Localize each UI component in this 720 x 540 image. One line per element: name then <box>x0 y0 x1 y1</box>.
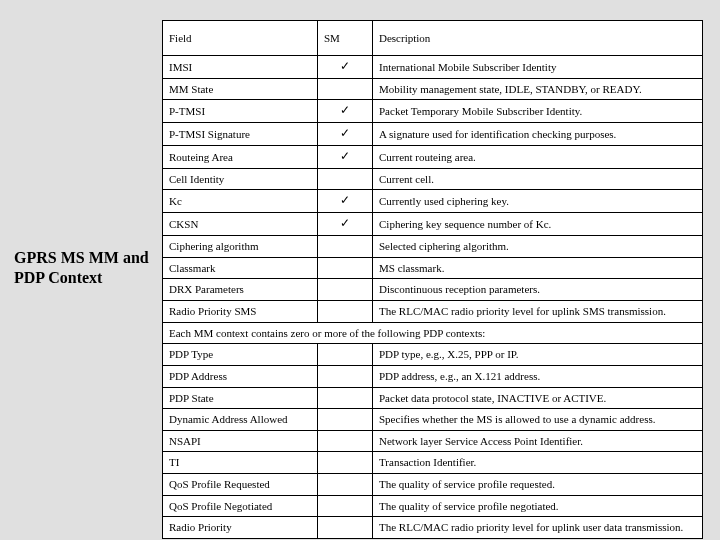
table-body: IMSI✓International Mobile Subscriber Ide… <box>163 56 703 539</box>
table-row: IMSI✓International Mobile Subscriber Ide… <box>163 56 703 79</box>
table-row: P-TMSI Signature✓A signature used for id… <box>163 123 703 146</box>
cell-field: P-TMSI Signature <box>163 123 318 146</box>
cell-description: Selected ciphering algorithm. <box>373 236 703 258</box>
cell-field: Radio Priority SMS <box>163 300 318 322</box>
cell-field: TI <box>163 452 318 474</box>
subsection-row: Each MM context contains zero or more of… <box>163 322 703 344</box>
table-container: Field SM Description IMSI✓International … <box>162 20 702 520</box>
table-row: NSAPINetwork layer Service Access Point … <box>163 430 703 452</box>
table-row: Radio PriorityThe RLC/MAC radio priority… <box>163 517 703 539</box>
cell-field: NSAPI <box>163 430 318 452</box>
table-row: Ciphering algorithmSelected ciphering al… <box>163 236 703 258</box>
cell-sm <box>318 168 373 190</box>
cell-sm: ✓ <box>318 213 373 236</box>
cell-description: Packet data protocol state, INACTIVE or … <box>373 387 703 409</box>
table-row: MM StateMobility management state, IDLE,… <box>163 78 703 100</box>
cell-sm <box>318 300 373 322</box>
cell-sm <box>318 387 373 409</box>
table-row: P-TMSI✓Packet Temporary Mobile Subscribe… <box>163 100 703 123</box>
cell-sm <box>318 495 373 517</box>
cell-field: PDP Address <box>163 365 318 387</box>
table-row: DRX ParametersDiscontinuous reception pa… <box>163 279 703 301</box>
cell-field: Dynamic Address Allowed <box>163 409 318 431</box>
cell-sm <box>318 236 373 258</box>
cell-field: IMSI <box>163 56 318 79</box>
cell-field: DRX Parameters <box>163 279 318 301</box>
cell-description: Currently used ciphering key. <box>373 190 703 213</box>
cell-description: The quality of service profile requested… <box>373 474 703 496</box>
cell-sm: ✓ <box>318 123 373 146</box>
cell-field: PDP State <box>163 387 318 409</box>
table-row: ClassmarkMS classmark. <box>163 257 703 279</box>
cell-description: Packet Temporary Mobile Subscriber Ident… <box>373 100 703 123</box>
table-row: TITransaction Identifier. <box>163 452 703 474</box>
cell-description: Specifies whether the MS is allowed to u… <box>373 409 703 431</box>
cell-sm <box>318 409 373 431</box>
cell-description: The quality of service profile negotiate… <box>373 495 703 517</box>
cell-description: PDP type, e.g., X.25, PPP or IP. <box>373 344 703 366</box>
table-row: PDP StatePacket data protocol state, INA… <box>163 387 703 409</box>
cell-sm: ✓ <box>318 100 373 123</box>
cell-field: Radio Priority <box>163 517 318 539</box>
cell-sm <box>318 344 373 366</box>
cell-field: QoS Profile Requested <box>163 474 318 496</box>
table-row: PDP AddressPDP address, e.g., an X.121 a… <box>163 365 703 387</box>
slide-title: GPRS MS MM and PDP Context <box>14 248 154 288</box>
cell-description: Network layer Service Access Point Ident… <box>373 430 703 452</box>
cell-sm <box>318 279 373 301</box>
table-row: Kc✓Currently used ciphering key. <box>163 190 703 213</box>
cell-description: Discontinuous reception parameters. <box>373 279 703 301</box>
col-field-header: Field <box>163 21 318 56</box>
cell-field: CKSN <box>163 213 318 236</box>
cell-description: PDP address, e.g., an X.121 address. <box>373 365 703 387</box>
cell-description: The RLC/MAC radio priority level for upl… <box>373 300 703 322</box>
cell-sm <box>318 517 373 539</box>
cell-sm <box>318 78 373 100</box>
table-header-row: Field SM Description <box>163 21 703 56</box>
cell-field: PDP Type <box>163 344 318 366</box>
cell-description: A signature used for identification chec… <box>373 123 703 146</box>
cell-field: P-TMSI <box>163 100 318 123</box>
table-row: QoS Profile NegotiatedThe quality of ser… <box>163 495 703 517</box>
cell-sm <box>318 474 373 496</box>
cell-field: Kc <box>163 190 318 213</box>
cell-sm: ✓ <box>318 190 373 213</box>
cell-sm <box>318 365 373 387</box>
cell-field: Classmark <box>163 257 318 279</box>
cell-field: Routeing Area <box>163 146 318 169</box>
cell-description: Ciphering key sequence number of Kc. <box>373 213 703 236</box>
cell-field: MM State <box>163 78 318 100</box>
context-table: Field SM Description IMSI✓International … <box>162 20 703 539</box>
table-row: Radio Priority SMSThe RLC/MAC radio prio… <box>163 300 703 322</box>
cell-sm <box>318 430 373 452</box>
cell-sm <box>318 257 373 279</box>
cell-description: Mobility management state, IDLE, STANDBY… <box>373 78 703 100</box>
cell-description: International Mobile Subscriber Identity <box>373 56 703 79</box>
table-row: Dynamic Address AllowedSpecifies whether… <box>163 409 703 431</box>
cell-description: Transaction Identifier. <box>373 452 703 474</box>
table-row: Cell IdentityCurrent cell. <box>163 168 703 190</box>
cell-description: MS classmark. <box>373 257 703 279</box>
cell-sm: ✓ <box>318 146 373 169</box>
col-desc-header: Description <box>373 21 703 56</box>
col-sm-header: SM <box>318 21 373 56</box>
cell-field: Ciphering algorithm <box>163 236 318 258</box>
cell-description: The RLC/MAC radio priority level for upl… <box>373 517 703 539</box>
cell-field: Cell Identity <box>163 168 318 190</box>
cell-sm <box>318 452 373 474</box>
table-row: QoS Profile RequestedThe quality of serv… <box>163 474 703 496</box>
cell-description: Current cell. <box>373 168 703 190</box>
table-row: CKSN✓Ciphering key sequence number of Kc… <box>163 213 703 236</box>
cell-description: Current routeing area. <box>373 146 703 169</box>
table-row: PDP TypePDP type, e.g., X.25, PPP or IP. <box>163 344 703 366</box>
cell-sm: ✓ <box>318 56 373 79</box>
table-row: Routeing Area✓Current routeing area. <box>163 146 703 169</box>
cell-field: QoS Profile Negotiated <box>163 495 318 517</box>
subsection-text: Each MM context contains zero or more of… <box>163 322 703 344</box>
